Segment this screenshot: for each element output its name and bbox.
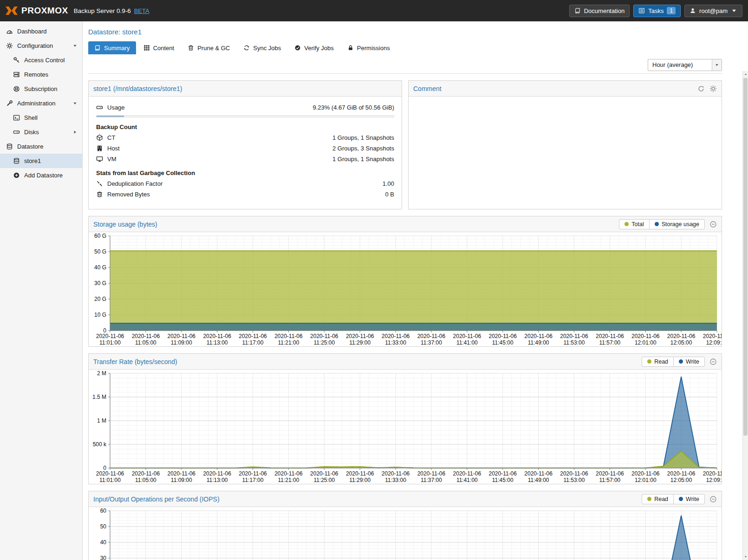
- main-content: Datastore: store1 Summary Content Prune …: [83, 21, 748, 560]
- legend-item-storage-usage: Storage usage: [649, 220, 704, 229]
- svg-text:2020-11-06: 2020-11-06: [382, 470, 410, 477]
- svg-text:2020-11-06: 2020-11-06: [96, 470, 124, 477]
- svg-text:11:21:00: 11:21:00: [278, 477, 299, 483]
- tab-summary[interactable]: Summary: [88, 41, 136, 54]
- gear-icon[interactable]: [709, 85, 717, 92]
- refresh-icon[interactable]: [697, 85, 705, 92]
- tab-sync-jobs[interactable]: Sync Jobs: [237, 41, 287, 54]
- host-row: Host 2 Groups, 3 Snapshots: [96, 144, 394, 153]
- svg-text:30: 30: [100, 555, 107, 560]
- storage-usage-panel: Storage usage (bytes) Total Storage usag…: [88, 216, 722, 347]
- scroll-up-button[interactable]: [743, 71, 748, 78]
- sidebar-item-access-control[interactable]: Access Control: [0, 53, 82, 67]
- wrench-icon: [6, 100, 13, 107]
- svg-text:11:45:00: 11:45:00: [492, 477, 514, 483]
- timeframe-select[interactable]: Hour (average): [648, 59, 722, 71]
- sidebar-item-subscription[interactable]: Subscription: [0, 82, 82, 96]
- svg-text:2020-11-06: 2020-11-06: [667, 470, 696, 477]
- collapse-icon[interactable]: [709, 221, 717, 228]
- legend-item-write: Write: [673, 357, 704, 366]
- svg-text:11:21:00: 11:21:00: [278, 339, 299, 346]
- grid-icon: [143, 45, 150, 51]
- svg-text:60: 60: [100, 508, 107, 514]
- caret-up-icon: [744, 72, 748, 76]
- combo-trigger[interactable]: [712, 59, 722, 71]
- tab-prune-gc[interactable]: Prune & GC: [182, 41, 236, 54]
- collapse-icon[interactable]: [709, 358, 717, 365]
- svg-text:20 G: 20 G: [94, 296, 106, 302]
- scrollbar-thumb[interactable]: [743, 78, 748, 436]
- sidebar-item-remotes[interactable]: Remotes: [0, 67, 82, 82]
- svg-text:11:25:00: 11:25:00: [313, 339, 335, 346]
- summary-toolbar: Hour (average): [88, 56, 722, 74]
- svg-text:60 G: 60 G: [94, 233, 106, 239]
- sidebar-item-datastore[interactable]: Datastore: [0, 139, 82, 154]
- sidebar-item-store1[interactable]: store1: [0, 154, 82, 168]
- legend-dot: [647, 359, 651, 364]
- legend-item-total: Total: [619, 220, 649, 229]
- sidebar-item-administration[interactable]: Administration: [0, 96, 82, 111]
- svg-text:2020-11-06: 2020-11-06: [382, 333, 410, 339]
- svg-text:11:01:00: 11:01:00: [99, 339, 121, 346]
- tab-content[interactable]: Content: [137, 41, 181, 54]
- sidebar-item-configuration[interactable]: Configuration: [0, 39, 82, 53]
- check-circle-icon: [294, 45, 301, 51]
- chart-title: Storage usage (bytes): [93, 221, 614, 228]
- svg-text:11:33:00: 11:33:00: [385, 339, 406, 346]
- caret-down-icon: [744, 555, 748, 559]
- svg-text:11:49:00: 11:49:00: [528, 339, 549, 346]
- user-menu-button[interactable]: root@pam: [684, 5, 742, 17]
- desktop-icon: [96, 156, 103, 163]
- collapse-icon[interactable]: [709, 495, 717, 503]
- usage-value: 9.23% (4.67 GiB of 50.56 GiB): [312, 104, 394, 111]
- database-icon: [6, 143, 13, 150]
- sidebar-item-disks[interactable]: Disks: [0, 125, 82, 139]
- svg-text:50: 50: [100, 523, 107, 530]
- svg-text:11:49:00: 11:49:00: [528, 477, 549, 483]
- tab-permissions[interactable]: Permissions: [341, 41, 396, 54]
- chart-title: Input/Output Operations per Second (IOPS…: [93, 495, 637, 503]
- documentation-button[interactable]: Documentation: [569, 5, 630, 17]
- legend-dot: [624, 222, 629, 226]
- sidebar-item-add-datastore[interactable]: Add Datastore: [0, 168, 82, 182]
- svg-text:2020-11-06: 2020-11-06: [667, 333, 696, 339]
- tab-verify-jobs[interactable]: Verify Jobs: [288, 41, 340, 54]
- sidebar-item-shell[interactable]: Shell: [0, 111, 82, 125]
- gear-icon: [6, 42, 13, 49]
- svg-text:2020-11-06: 2020-11-06: [168, 333, 196, 339]
- legend-item-read: Read: [642, 357, 673, 366]
- chevron-right-icon: [72, 130, 78, 135]
- svg-text:11:37:00: 11:37:00: [421, 339, 442, 346]
- svg-text:2020-11-06: 2020-11-06: [596, 333, 624, 339]
- svg-text:2020-11-06: 2020-11-06: [310, 333, 338, 339]
- storage-usage-chart: 010 G20 G30 G40 G50 G60 G2020-11-0611:01…: [89, 232, 722, 346]
- svg-text:2020-11-06: 2020-11-06: [132, 470, 160, 477]
- dedup-factor-row: Deduplication Factor 1.00: [96, 179, 394, 188]
- svg-text:11:29:00: 11:29:00: [349, 339, 371, 346]
- svg-text:11:53:00: 11:53:00: [564, 339, 585, 346]
- svg-text:11:05:00: 11:05:00: [135, 339, 156, 346]
- iops-chart: 01020304050602020-11-0611:01:002020-11-0…: [89, 507, 722, 560]
- svg-text:2020-11-06: 2020-11-06: [703, 470, 722, 477]
- svg-text:2020-11-06: 2020-11-06: [417, 333, 446, 339]
- svg-text:2020-11-06: 2020-11-06: [203, 470, 231, 477]
- removed-bytes-row: Removed Bytes 0 B: [96, 190, 394, 199]
- hdd-icon: [13, 129, 20, 136]
- svg-text:2020-11-06: 2020-11-06: [453, 470, 481, 477]
- scroll-down-button[interactable]: [743, 553, 748, 560]
- building-icon: [96, 145, 103, 152]
- svg-text:11:57:00: 11:57:00: [599, 477, 620, 483]
- sidebar-item-dashboard[interactable]: Dashboard: [0, 24, 82, 39]
- svg-text:10 G: 10 G: [94, 312, 106, 318]
- svg-text:2020-11-06: 2020-11-06: [596, 470, 624, 477]
- svg-text:11:57:00: 11:57:00: [599, 339, 620, 346]
- svg-text:11:13:00: 11:13:00: [207, 339, 228, 346]
- beta-link[interactable]: BETA: [134, 7, 150, 14]
- vertical-scrollbar[interactable]: [742, 71, 748, 560]
- svg-text:2020-11-06: 2020-11-06: [346, 333, 374, 339]
- chart-legend: Read Write: [642, 357, 705, 367]
- tasks-button[interactable]: Tasks 1: [633, 5, 681, 17]
- comment-body[interactable]: [409, 97, 722, 209]
- legend-dot: [647, 497, 651, 501]
- svg-text:2020-11-06: 2020-11-06: [453, 333, 481, 339]
